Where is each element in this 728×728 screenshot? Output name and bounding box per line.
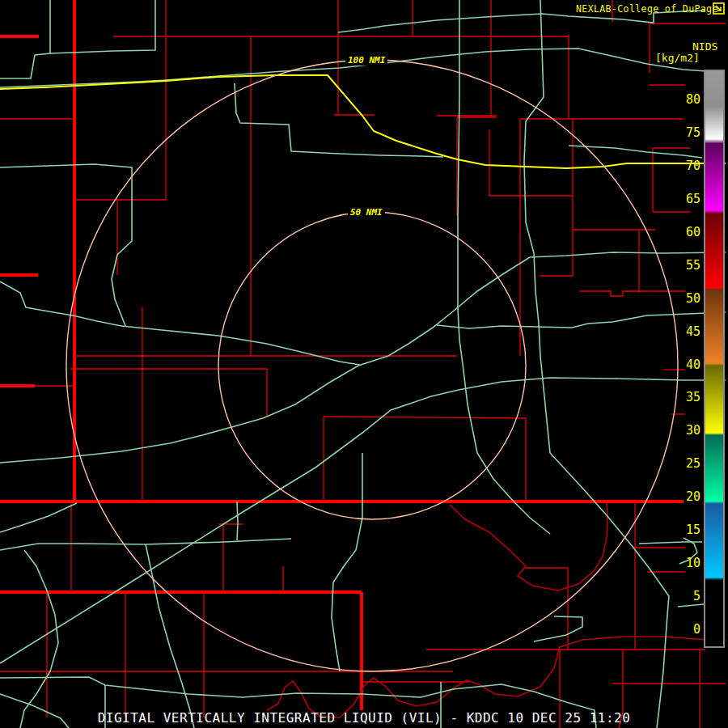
external-arrow-box-icon[interactable] [713, 2, 725, 15]
vil-colorbar-ticks: 80757065605550454035302520151050 [662, 71, 700, 646]
range-ring-label-100nmi: 100 NMI [345, 55, 387, 66]
state-boundary-lines [0, 0, 684, 710]
colorbar-tick-75: 75 [662, 125, 700, 140]
vil-colorbar [704, 70, 725, 648]
colorbar-tick-70: 70 [662, 159, 700, 173]
brand-text: NEXLAB-College of DuPage [576, 3, 718, 15]
colorbar-tick-45: 45 [662, 324, 700, 339]
colorbar-tick-60: 60 [662, 225, 700, 239]
range-rings [66, 60, 678, 671]
colorbar-tick-40: 40 [662, 358, 700, 372]
colorbar-tick-30: 30 [662, 423, 700, 438]
colorbar-tick-55: 55 [662, 258, 700, 273]
range-ring-label-50nmi: 50 NMI [348, 207, 385, 218]
colorbar-tick-25: 25 [662, 456, 700, 471]
legend-units: [kg/m2] [655, 52, 700, 64]
colorbar-tick-5: 5 [662, 589, 700, 603]
radar-screen: 100 NMI 50 NMI NEXLAB-College of DuPage … [0, 0, 728, 728]
colorbar-tick-65: 65 [662, 192, 700, 206]
colorbar-tick-20: 20 [662, 489, 700, 504]
colorbar-tick-15: 15 [662, 523, 700, 537]
legend-title: NIDS [692, 40, 717, 53]
colorbar-tick-35: 35 [662, 390, 700, 404]
colorbar-tick-0: 0 [662, 622, 700, 637]
colorbar-tick-80: 80 [662, 92, 700, 107]
radar-basemap [0, 0, 728, 728]
product-caption: DIGITAL VERTICALLY INTEGRATED LIQUID (VI… [0, 710, 728, 726]
colorbar-tick-10: 10 [662, 556, 700, 570]
colorbar-tick-50: 50 [662, 291, 700, 306]
